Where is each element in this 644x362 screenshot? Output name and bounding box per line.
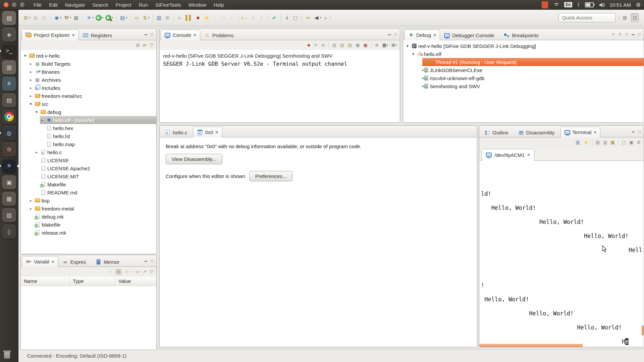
session-tab-ttyacm1[interactable]: /dev/ttyACM1 ✕ bbox=[482, 149, 534, 161]
expander-icon[interactable] bbox=[29, 198, 33, 203]
expander-icon[interactable] bbox=[23, 53, 28, 58]
tree-row[interactable]: Binaries bbox=[29, 68, 156, 76]
bluetooth-icon[interactable]: ᛒ bbox=[577, 2, 580, 7]
tree-row[interactable]: README.md bbox=[34, 188, 156, 196]
tree-row[interactable]: freedom-metal/src bbox=[29, 92, 156, 100]
expander-icon[interactable] bbox=[29, 62, 33, 66]
expander-icon[interactable] bbox=[40, 118, 45, 122]
tree-row[interactable]: LICENSE.MIT bbox=[34, 172, 156, 180]
menu-item[interactable]: Run bbox=[135, 0, 152, 9]
tree-item-label: hello.hex bbox=[53, 125, 73, 131]
wifi-icon[interactable] bbox=[553, 3, 559, 7]
debug-tree-row[interactable]: red-v-hello [SiFive GDB SEGGER J-Link De… bbox=[405, 42, 644, 50]
tab-close-icon[interactable]: ✕ bbox=[72, 33, 75, 38]
tree-row[interactable]: hello.map bbox=[40, 140, 156, 148]
session-gear-icon[interactable]: ⚙ bbox=[636, 2, 641, 8]
expander-icon[interactable] bbox=[29, 86, 33, 90]
menu-item[interactable]: Navigate bbox=[61, 0, 89, 9]
expander-icon[interactable] bbox=[29, 70, 33, 74]
tree-row[interactable]: Makefile bbox=[29, 221, 156, 229]
menu-item[interactable]: Edit bbox=[45, 0, 61, 9]
tree-row[interactable]: hello.c bbox=[34, 148, 156, 156]
tab-close-icon[interactable]: ✕ bbox=[593, 130, 597, 135]
tree-row[interactable]: freedom-metal bbox=[29, 204, 156, 213]
indicator-square-icon[interactable] bbox=[542, 1, 548, 8]
expander-icon[interactable] bbox=[34, 150, 39, 155]
minimize-view-icon[interactable]: ▬ bbox=[632, 130, 635, 133]
debug-tree-row[interactable]: Semihosting and SWV bbox=[417, 82, 644, 90]
debug-tree-row[interactable]: riscv64-unknown-elf-gdb bbox=[417, 74, 644, 82]
menu-item[interactable]: SiFiveTools bbox=[152, 0, 185, 9]
minimize-view-icon[interactable]: ▬ bbox=[145, 259, 147, 262]
vertical-scrollbar-thumb[interactable] bbox=[642, 325, 644, 336]
minimize-view-icon[interactable]: ▬ bbox=[145, 33, 147, 36]
tree-row[interactable]: LICENSE bbox=[34, 156, 156, 164]
menu-item[interactable]: Help bbox=[210, 0, 228, 9]
maximize-window-icon[interactable] bbox=[19, 2, 25, 8]
expander-icon[interactable] bbox=[29, 102, 33, 106]
tab-close-icon[interactable]: ✕ bbox=[433, 33, 436, 38]
mouse-cursor bbox=[602, 245, 607, 253]
expander-icon[interactable] bbox=[34, 110, 39, 114]
minimize-view-icon[interactable]: ▬ bbox=[388, 33, 391, 36]
preferences-button[interactable]: Preferences... bbox=[249, 171, 292, 181]
minimize-window-icon[interactable] bbox=[11, 2, 17, 8]
tree-row[interactable]: Archives bbox=[29, 76, 156, 84]
maximize-view-icon[interactable]: □ bbox=[638, 129, 641, 134]
expander-icon[interactable] bbox=[411, 52, 416, 56]
column-name[interactable]: Name bbox=[21, 277, 70, 286]
battery-icon[interactable] bbox=[585, 2, 594, 7]
column-type[interactable]: Type bbox=[70, 277, 115, 286]
tab-close-icon[interactable]: ✕ bbox=[527, 153, 530, 157]
dock-icon-glyph: ◍ bbox=[7, 130, 12, 137]
expander-icon[interactable] bbox=[405, 44, 410, 48]
close-window-icon[interactable] bbox=[3, 2, 9, 8]
view-disassembly-button[interactable]: View Disassembly... bbox=[166, 154, 222, 164]
debug-perspective-icon[interactable]: ⊡ bbox=[631, 13, 639, 22]
tree-row[interactable]: release.mk bbox=[29, 229, 156, 237]
tree-row[interactable]: debug bbox=[34, 108, 156, 116]
column-value[interactable]: Value bbox=[115, 277, 156, 286]
minimize-view-icon[interactable]: ▬ bbox=[632, 33, 635, 36]
keyboard-layout-indicator[interactable]: En bbox=[564, 2, 572, 7]
tree-row[interactable]: hello.lst bbox=[40, 132, 156, 140]
menu-item[interactable]: File bbox=[30, 0, 45, 9]
tree-row[interactable]: red-v-hello bbox=[23, 52, 156, 60]
tree-row[interactable]: LICENSE.Apache2 bbox=[34, 164, 156, 172]
tab-close-icon[interactable]: ✕ bbox=[215, 130, 219, 135]
maximize-view-icon[interactable]: □ bbox=[394, 32, 397, 37]
tree-row[interactable]: hello.elf - [none/le] bbox=[40, 116, 156, 124]
debug-tree-row[interactable]: hello.elf bbox=[411, 50, 644, 58]
tab-close-icon[interactable]: ✕ bbox=[51, 259, 55, 264]
terminal-output-area[interactable]: ld! Hello, World! Hello, World! Hello, W… bbox=[479, 161, 644, 347]
menu-item[interactable]: Search bbox=[89, 0, 112, 9]
tree-row[interactable]: bsp bbox=[29, 196, 156, 204]
open-perspective-icon[interactable]: ⊞ bbox=[622, 14, 629, 22]
clock[interactable]: 10:51 AM bbox=[609, 2, 631, 8]
tree-row[interactable]: Makefile bbox=[34, 180, 156, 188]
maximize-view-icon[interactable]: □ bbox=[151, 32, 153, 37]
expander-icon[interactable] bbox=[29, 78, 33, 82]
tab-close-icon[interactable]: ✕ bbox=[193, 33, 197, 38]
tree-row[interactable]: hello.hex bbox=[40, 124, 156, 132]
problems-icon bbox=[204, 33, 210, 38]
trash-icon[interactable] bbox=[4, 352, 10, 359]
tree-row[interactable]: src bbox=[29, 100, 156, 108]
expander-icon[interactable] bbox=[29, 94, 33, 98]
menu-item[interactable]: Window bbox=[185, 0, 210, 9]
debug-tree-row[interactable]: Thread #1 (Running : User Request) bbox=[422, 58, 644, 66]
expander-icon[interactable] bbox=[29, 206, 33, 211]
menu-item[interactable]: Project bbox=[112, 0, 135, 9]
volume-icon[interactable]: ◀))) bbox=[599, 2, 604, 7]
toolbar-icon: ◀ bbox=[313, 15, 319, 21]
tree-row[interactable]: debug.mk bbox=[29, 213, 156, 221]
tree-row[interactable]: Includes bbox=[29, 84, 156, 92]
horizontal-scrollbar-thumb[interactable] bbox=[479, 344, 583, 347]
maximize-view-icon[interactable]: □ bbox=[638, 32, 641, 37]
toolbar-buttons: ⊞▾ ▣ ▤ ◉▾ ⚒▾ ▦ ✳▾ ▶▾ ▶▾ ▤▾ ▭ ⇅▾ bbox=[22, 13, 332, 23]
maximize-view-icon[interactable]: □ bbox=[151, 258, 153, 263]
view-toolbar-icon: ▣ bbox=[356, 43, 360, 48]
tree-row[interactable]: Build Targets bbox=[29, 60, 156, 68]
quick-access-input[interactable] bbox=[558, 13, 615, 22]
debug-tree-row[interactable]: JLinkGDBServerCLExe bbox=[417, 66, 644, 74]
